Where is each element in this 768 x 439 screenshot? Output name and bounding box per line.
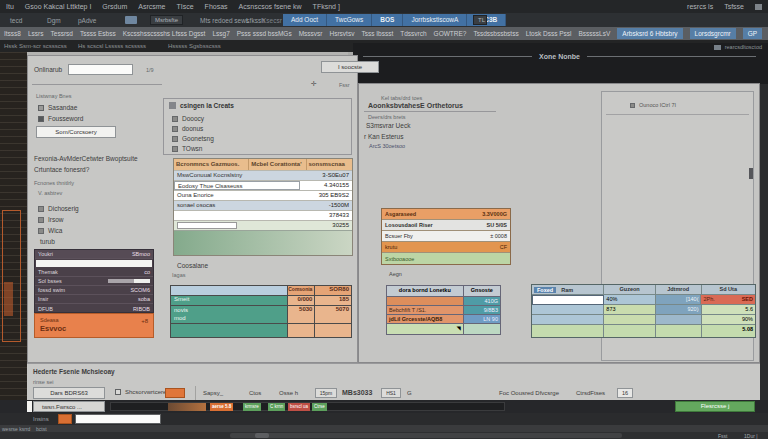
gradient-chip[interactable] [168,403,206,411]
filter-item[interactable]: Psss sssd bssMGs [237,30,292,37]
band-item[interactable]: MBs3033 [342,389,372,396]
menu-item[interactable]: Grsdum [102,3,127,10]
cell-input[interactable] [532,295,604,305]
toolbar-item[interactable]: Ksecsr [262,17,282,24]
associate-button[interactable]: I soocste [321,61,379,73]
menu-item[interactable]: Itu [6,3,14,10]
status-chip[interactable]: Ctrse [312,403,327,411]
table-row[interactable]: Losousdaoil Riser SU 5/0S [382,220,510,231]
name-input[interactable] [68,64,133,75]
table-row[interactable]: Ouna Enorice 305 EB9S2 [174,190,352,200]
filter-item[interactable]: Tssss Esbss [80,30,116,37]
filter-item[interactable]: Tssdssbssbstss [473,30,518,37]
tl-button[interactable]: TL [473,15,487,25]
list-item[interactable]: Dooocy [172,115,204,122]
filter-item[interactable]: Ltosk Dsss Pssl [526,30,572,37]
table-row[interactable]: 40% [140( 2Ph. SED [532,295,755,305]
table-row[interactable]: Themak co [35,268,153,277]
table-row[interactable]: sonael osocas -1500M [174,200,352,210]
status-chip[interactable]: bsrscl ua [288,403,310,411]
table-input-row[interactable] [35,259,153,268]
table-row[interactable]: 378433 [174,210,352,220]
corcsoery-button[interactable]: Som/Corcsoery [36,126,116,138]
inline-input[interactable] [36,260,152,267]
menu-right-item[interactable]: resrcs ls [687,3,713,10]
bos-button[interactable]: BOS [372,14,403,26]
table-row[interactable]: Sxtbooaooe [382,253,510,264]
execute-button[interactable]: Flesrcsse j [675,401,755,412]
toolbar-item[interactable]: Dgm [47,17,61,24]
filter-item[interactable]: Msssvsr [299,30,323,37]
header-cell[interactable]: SOR80 [315,286,351,296]
band-chip[interactable]: HS1 [381,388,401,398]
table-row[interactable]: Bebchfift T /S1. 9/8B3 [387,306,500,315]
list-item[interactable]: Goonetsng [172,135,214,142]
scrollbar-track[interactable] [230,433,622,438]
table-row[interactable]: Smeit 0/000 185 [171,296,351,306]
table-row[interactable]: 873 920) 5.6 [532,305,755,315]
dars-button[interactable]: Dars BDRS63 [33,387,105,399]
filter-item[interactable]: Lssrs [28,30,44,37]
filter-item-active[interactable]: Arbsksrd 6 Hbtsbry [617,28,682,39]
toolbar-item[interactable]: pAdve [78,17,96,24]
header-cell[interactable]: dora bornd Lonetku [387,286,464,297]
cell-input[interactable]: Eodosy Thue Clsaseuss [174,181,300,190]
table-row[interactable]: 90% [532,315,755,325]
menu-right-item[interactable]: Tsfsse [724,3,744,10]
list-item[interactable]: Dichoserig [38,205,79,212]
checkbox-row[interactable]: Shcsorvwrtcere [115,389,166,395]
orange-button[interactable] [58,414,72,424]
band-chip[interactable]: 15pm [315,388,337,398]
selected-header-chip[interactable]: Foxed [534,287,556,293]
filter-item[interactable]: Tsss Ibssst [361,30,393,37]
plus-icon[interactable]: ✛ [311,80,317,88]
cell-input[interactable] [177,222,237,229]
table-row[interactable]: 410G [387,297,500,306]
scrollbar-handle[interactable] [749,168,753,179]
table-row[interactable]: Insir soba [35,295,153,304]
header-cell[interactable]: Comsonia [288,286,316,296]
status-chip[interactable]: krmsre [243,403,261,411]
filter-item-active[interactable]: GP [743,28,762,39]
table-row[interactable]: fossd swim SCOM6 [35,286,153,295]
filter-item[interactable]: Tdssvrch [400,30,426,37]
window-corner[interactable]: rearcsdltosctod [714,44,762,50]
header-cell[interactable]: Foxed Ram [532,285,604,295]
band-item[interactable]: Osse h [279,390,298,396]
table-row[interactable]: Youkri SBmoo [35,250,153,259]
table-row-selected[interactable]: krutu CF [382,242,510,253]
table-row[interactable] [171,324,351,337]
list-item[interactable]: TOwsn [172,145,202,152]
menu-item[interactable]: TFksnd ] [313,3,340,10]
table-row[interactable]: jdLil Grcesste/AQB8 LN 90 [387,315,500,324]
filter-item[interactable]: Lssg7 [212,30,229,37]
add-oct-button[interactable]: Add Ooct [283,14,327,26]
filter-item[interactable]: GOWTRE? [434,30,467,37]
header-cell[interactable] [171,286,288,296]
scrollbar-handle[interactable] [255,433,269,438]
alert-box[interactable]: Sdeasa Esvvoc +8 [34,313,154,338]
table-row[interactable]: DFUB RIBOB [35,304,153,313]
toolbar-button[interactable]: Msrbsfte [150,15,183,25]
filter-item-active[interactable]: Lorsdsgrcmr [690,28,736,39]
table-row[interactable]: novismod 5030 5070 [171,306,351,324]
table-row[interactable]: 5.08 [532,325,755,337]
filter-item[interactable]: BsssssLsV [579,30,611,37]
header-cell[interactable]: Mcbel Corattonta' [249,159,306,170]
orange-swatch[interactable] [165,388,185,398]
menu-item[interactable]: Asrcsme [138,3,165,10]
list-item[interactable]: turub [40,238,55,245]
table-row[interactable]: MswConuual Kocnslstny 3-S0Eu07 [174,170,352,180]
checkbox-row[interactable]: Fousseword [38,115,83,122]
filter-item[interactable]: Kscsshsscssshs Lfsss Dgsst [123,30,206,37]
header-cell[interactable]: Bcronmncs Gazmuos. [174,159,249,170]
band-item[interactable]: Ctos [249,390,261,396]
table-row[interactable]: Asgaraseed 3.3V000G [382,209,510,220]
command-button[interactable]: twsn.Fwrsco ... [33,401,105,412]
list-item[interactable]: doonus [172,125,203,132]
toolbar-item[interactable]: tecd [10,17,22,24]
menu-item[interactable]: TIsce [176,3,193,10]
table-row[interactable]: Eodosy Thue Clsaseuss 4.340155 [174,180,352,190]
menu-icon[interactable] [755,4,762,10]
table-row[interactable]: Bcsuer Fby ± 0008 [382,231,510,242]
